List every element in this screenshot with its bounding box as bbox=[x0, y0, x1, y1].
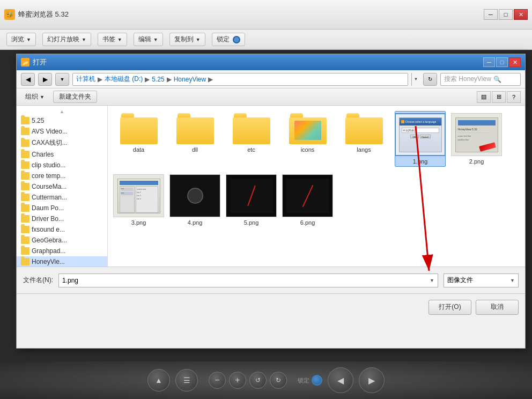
folder-icon-large bbox=[120, 113, 158, 144]
folder-icon-large bbox=[233, 113, 270, 144]
sidebar-item-coursema[interactable]: CourseMa... bbox=[17, 181, 107, 192]
breadcrumb-item-3[interactable]: 5.25 bbox=[152, 76, 164, 83]
folder-icon bbox=[21, 139, 29, 147]
breadcrumb-item-2[interactable]: 本地磁盘 (D:) bbox=[105, 75, 143, 84]
sidebar-item-cutterman[interactable]: Cutterman... bbox=[17, 192, 107, 203]
folder-icon bbox=[21, 183, 29, 190]
media-up-button[interactable]: ▲ bbox=[147, 369, 170, 391]
forward-button[interactable]: ▶ bbox=[38, 73, 52, 86]
breadcrumb-item-4[interactable]: HoneyView bbox=[174, 76, 206, 83]
file-3png[interactable]: item item content arealine 2line 3line 4… bbox=[113, 172, 164, 228]
folder-etc[interactable]: etc bbox=[226, 111, 277, 167]
sidebar-item-honeyview[interactable]: HoneyVie... bbox=[17, 256, 107, 267]
dialog-titlebar: 📂 打开 ─ □ ✕ bbox=[17, 54, 525, 70]
breadcrumb-bar[interactable]: 计算机 ▶ 本地磁盘 (D:) ▶ 5.25 ▶ HoneyView ▶ bbox=[72, 73, 408, 86]
filetype-dropdown[interactable]: 图像文件 ▼ bbox=[444, 274, 519, 287]
file-4png[interactable]: 4.png bbox=[169, 172, 220, 228]
cancel-button[interactable]: 取消 bbox=[476, 300, 519, 315]
filetype-label: 图像文件 bbox=[447, 276, 473, 285]
file-1png[interactable]: Choose select a language 中文(简体) OK Cance… bbox=[395, 111, 446, 167]
refresh-button[interactable]: ↻ bbox=[423, 73, 437, 86]
dialog-maximize-button[interactable]: □ bbox=[496, 57, 508, 67]
dialog-title: 打开 bbox=[33, 57, 47, 67]
sidebar-item-avs[interactable]: AVS Video... bbox=[17, 126, 107, 137]
thumbnail-5png bbox=[226, 174, 277, 217]
sidebar-item-charles[interactable]: Charles bbox=[17, 149, 107, 160]
sidebar-item-daum[interactable]: Daum Po... bbox=[17, 203, 107, 213]
sidebar-item-fxsound[interactable]: fxsound e... bbox=[17, 224, 107, 235]
folder-icon bbox=[21, 204, 29, 212]
lock-area: 锁定 bbox=[298, 375, 322, 386]
rotate-ccw-button[interactable]: ↺ bbox=[249, 372, 267, 389]
filename-value: 1.png bbox=[62, 277, 78, 284]
view-btn-list[interactable]: ▤ bbox=[477, 91, 491, 103]
back-button[interactable]: ◀ bbox=[21, 73, 35, 86]
bookmark-button[interactable]: 书签 ▼ bbox=[98, 33, 127, 46]
folder-icon bbox=[21, 215, 29, 223]
zoom-in-button[interactable]: + bbox=[229, 372, 246, 389]
thumbnail-6png bbox=[282, 174, 333, 217]
folder-icon bbox=[21, 247, 29, 255]
sidebar-item-clip[interactable]: clip studio... bbox=[17, 160, 107, 171]
lock-indicator bbox=[312, 375, 322, 386]
sidebar-item-geogebra[interactable]: GeoGebra... bbox=[17, 235, 107, 246]
sidebar-item-driver[interactable]: Driver Bo... bbox=[17, 213, 107, 224]
sidebar-item-525[interactable]: 5.25 bbox=[17, 115, 107, 126]
sidebar-item-caxa[interactable]: CAXA线切... bbox=[17, 137, 107, 149]
filename-bar: 文件名(N): 1.png ▼ 图像文件 ▼ bbox=[17, 267, 525, 293]
up-button[interactable]: ▼ bbox=[55, 73, 69, 86]
slideshow-button[interactable]: 幻灯片放映 ▼ bbox=[42, 33, 91, 46]
copy-to-button[interactable]: 复制到 ▼ bbox=[169, 33, 205, 46]
breadcrumb-item-1[interactable]: 计算机 bbox=[76, 75, 95, 84]
lock-button[interactable]: 锁定 bbox=[212, 33, 245, 46]
view-btn-help[interactable]: ? bbox=[507, 91, 521, 103]
minimize-button[interactable]: ─ bbox=[484, 9, 498, 20]
zoom-out-button[interactable]: − bbox=[209, 372, 226, 389]
rotate-cw-button[interactable]: ↻ bbox=[270, 372, 287, 389]
breadcrumb-dropdown[interactable]: ▼ bbox=[411, 73, 420, 86]
app-window: 🐝 蜂蜜浏览器 5.32 ─ □ ✕ 浏览 ▼ 幻灯片放映 ▼ 书签 ▼ 编辑 … bbox=[0, 0, 532, 399]
prev-button[interactable]: ◀ bbox=[328, 367, 353, 393]
file-2png[interactable]: HoneyView 5.32 some text line another li… bbox=[451, 111, 502, 167]
sidebar-item-graphpad[interactable]: Graphpad... bbox=[17, 246, 107, 256]
scroll-up-indicator: ▲ bbox=[17, 108, 107, 115]
thumbnail-2png: HoneyView 5.32 some text line another li… bbox=[451, 113, 502, 156]
thumbnail-1png: Choose select a language 中文(简体) OK Cance… bbox=[395, 113, 446, 156]
search-box[interactable]: 搜索 HoneyView 🔍 bbox=[440, 73, 521, 86]
edit-button[interactable]: 编辑 ▼ bbox=[134, 33, 163, 46]
media-bar: ▲ ☰ − + ↺ ↻ 锁定 ◀ ▶ bbox=[0, 361, 532, 399]
view-buttons: ▤ ⊞ ? bbox=[477, 91, 521, 103]
dialog-minimize-button[interactable]: ─ bbox=[483, 57, 495, 67]
sidebar-item-core[interactable]: core temp... bbox=[17, 171, 107, 181]
filename-label: 文件名(N): bbox=[23, 276, 53, 285]
action-bar: 打开(O) 取消 bbox=[17, 293, 525, 320]
folder-icon bbox=[21, 258, 29, 265]
close-button[interactable]: ✕ bbox=[514, 9, 528, 20]
folder-icons[interactable]: icons bbox=[282, 111, 333, 167]
folder-icon bbox=[21, 226, 29, 233]
open-button[interactable]: 打开(O) bbox=[428, 300, 471, 315]
view-btn-grid[interactable]: ⊞ bbox=[492, 91, 506, 103]
file-6png[interactable]: 6.png bbox=[282, 172, 333, 228]
filename-input[interactable]: 1.png ▼ bbox=[58, 274, 438, 287]
organize-button[interactable]: 组织 ▼ bbox=[21, 91, 49, 102]
sidebar: ▲ 5.25 AVS Video... CAXA线切... Charles bbox=[17, 106, 108, 267]
next-button[interactable]: ▶ bbox=[359, 367, 385, 393]
folder-icon bbox=[21, 172, 29, 180]
dialog-close-button[interactable]: ✕ bbox=[509, 57, 521, 67]
folder-icon bbox=[21, 117, 29, 124]
main-toolbar: 浏览 ▼ 幻灯片放映 ▼ 书签 ▼ 编辑 ▼ 复制到 ▼ 锁定 bbox=[0, 29, 532, 50]
media-menu-button[interactable]: ☰ bbox=[175, 369, 198, 391]
thumbnail-3png: item item content arealine 2line 3line 4 bbox=[113, 174, 164, 217]
folder-data[interactable]: data bbox=[113, 111, 164, 167]
browse-button[interactable]: 浏览 ▼ bbox=[6, 33, 36, 46]
file-area: data dll etc bbox=[108, 106, 525, 267]
zoom-controls: − + ↺ ↻ bbox=[203, 372, 292, 389]
folder-dll[interactable]: dll bbox=[169, 111, 220, 167]
folder-icon bbox=[21, 194, 29, 201]
file-5png[interactable]: 5.png bbox=[226, 172, 277, 228]
folder-langs[interactable]: langs bbox=[338, 111, 389, 167]
search-placeholder: 搜索 HoneyView bbox=[444, 75, 491, 84]
new-folder-button[interactable]: 新建文件夹 bbox=[53, 91, 97, 103]
maximize-button[interactable]: □ bbox=[499, 9, 513, 20]
